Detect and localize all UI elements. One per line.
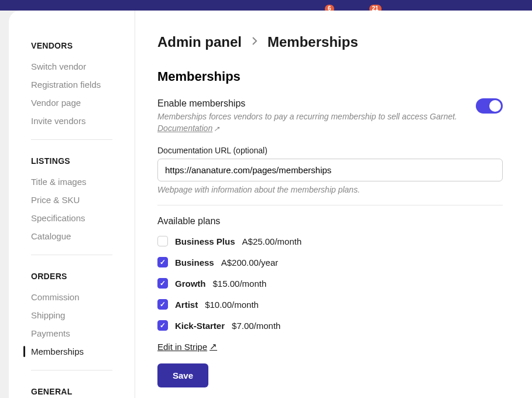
save-button[interactable]: Save <box>157 363 208 387</box>
plan-checkbox[interactable] <box>157 320 168 331</box>
plan-price: $7.00/month <box>232 321 280 331</box>
breadcrumb-current: Memberships <box>267 34 358 50</box>
sidebar-item-memberships[interactable]: Memberships <box>9 342 135 361</box>
plan-name: Kick-Starter <box>175 321 225 331</box>
breadcrumb-root[interactable]: Admin panel <box>157 34 242 50</box>
sidebar-divider <box>31 370 112 370</box>
plan-row: Artist$10.00/month <box>157 299 503 310</box>
sidebar-item-title-images[interactable]: Title & images <box>9 173 135 191</box>
plan-row: BusinessA$200.00/year <box>157 257 503 267</box>
sidebar-item-shipping[interactable]: Shipping <box>9 306 135 324</box>
enable-label: Enable memberships <box>157 98 458 109</box>
page-title: Memberships <box>157 69 503 84</box>
edit-stripe-link[interactable]: Edit in Stripe ↗ <box>157 341 217 352</box>
plan-price: $10.00/month <box>205 300 259 310</box>
doc-url-hint: Webpage with information about the membe… <box>157 185 503 194</box>
sidebar-divider <box>31 255 112 255</box>
sidebar-item-price-sku[interactable]: Price & SKU <box>9 191 135 209</box>
divider <box>157 205 503 205</box>
sidebar-item-registration-fields[interactable]: Registration fields <box>9 76 135 94</box>
sidebar-item-payments[interactable]: Payments <box>9 324 135 342</box>
sidebar-divider <box>31 139 112 140</box>
content: Admin panel Memberships Memberships Enab… <box>135 11 532 398</box>
sidebar-heading: GENERAL <box>9 380 135 398</box>
enable-desc: Memberships forces vendors to pay a recu… <box>157 111 458 134</box>
plan-name: Growth <box>175 279 206 289</box>
sidebar-item-invite-vendors[interactable]: Invite vendors <box>9 112 135 130</box>
external-link-icon: ↗ <box>214 125 219 133</box>
plans-list: Business PlusA$25.00/monthBusinessA$200.… <box>157 236 503 331</box>
main-panel: VENDORSSwitch vendorRegistration fieldsV… <box>9 11 532 398</box>
plan-price: $15.00/month <box>213 279 267 289</box>
plans-label: Available plans <box>157 216 503 227</box>
plan-name: Artist <box>175 300 198 310</box>
plan-checkbox[interactable] <box>157 299 168 310</box>
plan-price: A$25.00/month <box>242 236 302 246</box>
plan-name: Business Plus <box>175 236 235 246</box>
doc-url-label: Documentation URL (optional) <box>157 146 503 155</box>
plan-checkbox[interactable] <box>157 257 168 267</box>
enable-toggle[interactable] <box>476 98 503 114</box>
sidebar: VENDORSSwitch vendorRegistration fieldsV… <box>9 11 135 398</box>
chevron-right-icon <box>251 36 258 48</box>
plan-checkbox[interactable] <box>157 236 168 246</box>
plan-price: A$200.00/year <box>221 258 279 267</box>
plan-row: Business PlusA$25.00/month <box>157 236 503 246</box>
sidebar-heading: ORDERS <box>9 265 135 288</box>
sidebar-heading: VENDORS <box>9 34 135 57</box>
documentation-link[interactable]: Documentation <box>157 123 212 133</box>
sidebar-item-specifications[interactable]: Specifications <box>9 209 135 227</box>
plan-checkbox[interactable] <box>157 278 168 289</box>
sidebar-item-vendor-page[interactable]: Vendor page <box>9 94 135 112</box>
plan-row: Kick-Starter$7.00/month <box>157 320 503 331</box>
doc-url-field: Documentation URL (optional) Webpage wit… <box>157 146 503 194</box>
sidebar-item-catalogue[interactable]: Catalogue <box>9 227 135 245</box>
sidebar-heading: LISTINGS <box>9 149 135 173</box>
top-bar: 6 21 <box>0 0 532 11</box>
plan-row: Growth$15.00/month <box>157 278 503 289</box>
sidebar-item-commission[interactable]: Commission <box>9 288 135 306</box>
breadcrumb: Admin panel Memberships <box>157 34 503 50</box>
external-link-icon: ↗ <box>210 341 217 352</box>
enable-memberships-row: Enable memberships Memberships forces ve… <box>157 98 503 134</box>
plan-name: Business <box>175 258 214 267</box>
sidebar-item-switch-vendor[interactable]: Switch vendor <box>9 57 135 76</box>
doc-url-input[interactable] <box>157 159 503 181</box>
